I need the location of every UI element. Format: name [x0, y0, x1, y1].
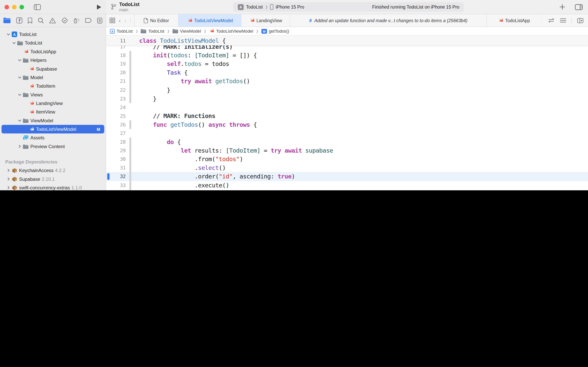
swift-icon: [498, 18, 503, 23]
breadcrumb-item-todolistviewmodel[interactable]: TodoListViewModel: [209, 29, 253, 34]
sidebar-item-landingview[interactable]: LandingView: [0, 99, 106, 108]
disclosure-chevron-icon[interactable]: [17, 76, 23, 79]
line-number[interactable]: 18: [106, 52, 126, 58]
disclosure-chevron-icon[interactable]: [5, 169, 11, 172]
tab-todolistviewmodel[interactable]: TodoListViewModel: [178, 14, 242, 27]
line-number[interactable]: 31: [106, 165, 126, 171]
debug-navigator-icon[interactable]: [73, 17, 80, 24]
code-line-19[interactable]: 19 self.todos = todos: [106, 60, 588, 68]
code-line-30[interactable]: 30 .from("todos"): [106, 155, 588, 164]
run-destination[interactable]: A TodoList ❯ iPhone 15 Pro: [238, 4, 304, 10]
forward-button[interactable]: ›: [125, 17, 126, 24]
sidebar-item-views[interactable]: Views: [0, 90, 106, 99]
breadcrumb-item-gettodos-[interactable]: MgetTodos(): [261, 29, 289, 34]
sidebar-item-todolist[interactable]: TodoList: [0, 39, 106, 47]
change-ribbon: [129, 86, 131, 94]
activity-status-bar[interactable]: A TodoList ❯ iPhone 15 Pro Finished runn…: [233, 2, 464, 12]
code-line-29[interactable]: 29 let results: [TodoItem] = try await s…: [106, 146, 588, 155]
disclosure-chevron-icon[interactable]: [5, 33, 11, 36]
line-number[interactable]: 33: [106, 182, 126, 188]
code-line-21[interactable]: 21 try await getTodos(): [106, 77, 588, 86]
code-line-20[interactable]: 20 Task {: [106, 68, 588, 77]
add-editor-library-button[interactable]: [559, 4, 565, 10]
sidebar-item-todolist[interactable]: ATodoList: [0, 30, 106, 39]
sticky-declaration-line[interactable]: 11 class TodoListViewModel {: [106, 36, 588, 45]
package-item-swift-concurrency-extras[interactable]: swift-concurrency-extras1.1.0: [0, 183, 106, 190]
line-number[interactable]: 26: [106, 122, 126, 127]
disclosure-chevron-icon[interactable]: [17, 119, 23, 122]
disclosure-chevron-icon[interactable]: [5, 177, 11, 181]
sidebar-item-itemview[interactable]: ItemView: [0, 108, 106, 116]
adjust-editor-options-icon[interactable]: [560, 18, 566, 23]
sidebar-item-helpers[interactable]: Helpers: [0, 56, 106, 64]
package-item-keychainaccess[interactable]: KeychainAccess4.2.2: [0, 166, 106, 175]
line-number[interactable]: 29: [106, 148, 126, 153]
sidebar-item-model[interactable]: Model: [0, 73, 106, 82]
code-line-34[interactable]: 34 .value: [106, 190, 588, 190]
code-line-25[interactable]: 25 // MARK: Functions: [106, 112, 588, 120]
sidebar-item-preview-content[interactable]: Preview Content: [0, 142, 106, 151]
line-number[interactable]: 28: [106, 139, 126, 145]
sidebar-item-todolistviewmodel[interactable]: TodoListViewModelM: [1, 125, 104, 133]
swap-editor-icon[interactable]: [548, 18, 555, 23]
code-line-32[interactable]: 32 .order("id", ascending: true): [106, 172, 588, 181]
tab-landingview[interactable]: LandingView: [242, 14, 290, 27]
sidebar-item-todoitem[interactable]: TodoItem: [0, 82, 106, 90]
code-line-24[interactable]: 24: [106, 103, 588, 112]
source-control-navigator-icon[interactable]: [16, 17, 22, 24]
inspector-sidebar-toggle-icon[interactable]: [575, 4, 583, 10]
reports-navigator-icon[interactable]: [97, 17, 102, 24]
package-item-supabase[interactable]: Supabase2.10.1: [0, 175, 106, 183]
navigator-sidebar-toggle-icon[interactable]: [34, 4, 41, 10]
sidebar-item-supabase[interactable]: Supabase: [0, 65, 106, 73]
line-number[interactable]: 24: [106, 104, 126, 110]
breakpoints-navigator-icon[interactable]: [85, 18, 92, 23]
sidebar-item-todolistapp[interactable]: TodoListApp: [0, 47, 106, 56]
scheme-selector[interactable]: TodoList main: [111, 2, 139, 12]
sidebar-item-viewmodel[interactable]: ViewModel: [0, 116, 106, 125]
disclosure-chevron-icon[interactable]: [11, 41, 17, 44]
issues-navigator-icon[interactable]: [49, 17, 56, 24]
line-number[interactable]: 19: [106, 61, 126, 67]
zoom-window-button[interactable]: [19, 5, 24, 9]
disclosure-chevron-icon[interactable]: [17, 58, 23, 62]
line-number[interactable]: 27: [106, 130, 126, 136]
code-text: init(todos: [TodoItem] = []) {: [126, 52, 257, 59]
line-number[interactable]: 30: [106, 157, 126, 162]
tab-todolistapp[interactable]: TodoListApp: [487, 14, 542, 27]
code-line-28[interactable]: 28 do {: [106, 138, 588, 146]
find-navigator-icon[interactable]: [38, 17, 44, 24]
add-editor-split-icon[interactable]: [577, 18, 584, 23]
tests-navigator-icon[interactable]: [61, 17, 68, 24]
project-navigator-icon[interactable]: [3, 18, 10, 23]
line-number[interactable]: 22: [106, 87, 126, 93]
line-number[interactable]: 23: [106, 96, 126, 101]
line-number[interactable]: 21: [106, 79, 126, 84]
close-window-button[interactable]: [4, 5, 9, 9]
tab-no-editor[interactable]: No Editor: [134, 14, 178, 27]
minimize-window-button[interactable]: [12, 5, 17, 9]
code-line-22[interactable]: 22 }: [106, 86, 588, 94]
code-line-18[interactable]: 18 init(todos: [TodoItem] = []) {: [106, 51, 588, 60]
code-line-27[interactable]: 27: [106, 129, 588, 138]
code-line-31[interactable]: 31 .select(): [106, 164, 588, 172]
svg-text:A: A: [111, 30, 113, 33]
code-line-26[interactable]: 26 func getTodos() async throws {: [106, 120, 588, 129]
sidebar-item-assets[interactable]: Assets: [0, 133, 106, 142]
breadcrumb-item-todolist[interactable]: TodoList: [141, 29, 164, 33]
disclosure-chevron-icon[interactable]: [5, 186, 11, 189]
breadcrumb-item-todolist[interactable]: ATodoList: [110, 29, 133, 34]
run-button[interactable]: [96, 4, 102, 10]
tab-added-an-update-function-and-m[interactable]: #Added an update function and made v...t…: [290, 14, 487, 27]
code-line-23[interactable]: 23 }: [106, 94, 588, 103]
line-number[interactable]: 20: [106, 70, 126, 75]
code-area[interactable]: 11 class TodoListViewModel { 17 // MARK:…: [106, 36, 588, 190]
bookmarks-navigator-icon[interactable]: [28, 17, 32, 24]
related-items-icon[interactable]: [109, 18, 115, 23]
disclosure-chevron-icon[interactable]: [17, 145, 23, 148]
disclosure-chevron-icon[interactable]: [17, 93, 23, 96]
back-button[interactable]: ‹: [119, 17, 121, 24]
code-line-33[interactable]: 33 .execute(): [106, 181, 588, 190]
line-number[interactable]: 25: [106, 113, 126, 119]
breadcrumb-item-viewmodel[interactable]: ViewModel: [172, 29, 201, 33]
